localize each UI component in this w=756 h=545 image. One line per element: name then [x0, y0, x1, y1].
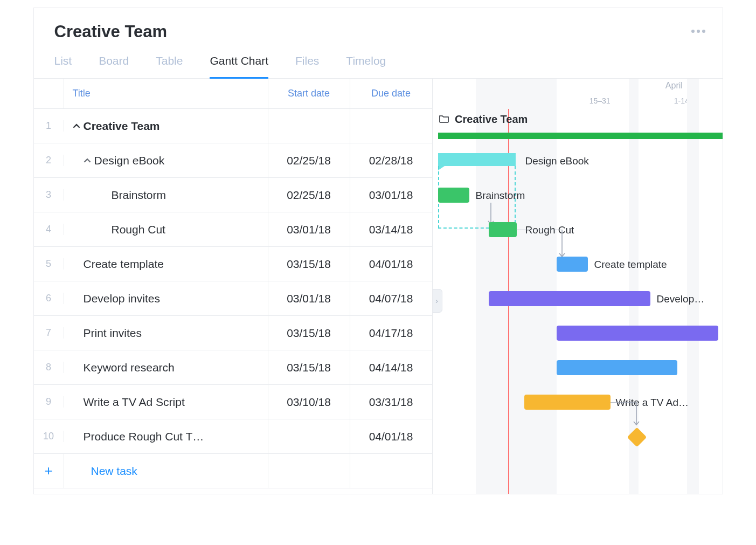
month-label: April: [626, 81, 722, 91]
app-window: Creative Team List Board Table Gantt Cha…: [33, 8, 723, 494]
task-title-cell[interactable]: Brainstorm: [64, 178, 268, 212]
tab-list[interactable]: List: [54, 54, 72, 78]
start-date-cell[interactable]: 03/15/18: [268, 350, 350, 384]
start-date-cell[interactable]: 03/01/18: [268, 281, 350, 315]
gantt-row: [433, 316, 723, 350]
tab-timelog[interactable]: Timelog: [346, 54, 386, 78]
task-title: Print invites: [84, 327, 142, 340]
gantt-parent-bar[interactable]: [438, 153, 516, 166]
task-title: Produce Rough Cut T…: [84, 430, 204, 443]
gantt-milestone[interactable]: [627, 427, 647, 447]
start-date-cell[interactable]: 03/15/18: [268, 316, 350, 350]
due-date-cell[interactable]: 04/01/18: [350, 419, 432, 453]
gantt-row: Brainstorm: [433, 178, 723, 212]
task-title-cell[interactable]: Write a TV Ad Script: [64, 385, 268, 419]
gantt-area[interactable]: March April 1–14 15–31 1-14 ›: [433, 79, 723, 494]
gantt-group-bar[interactable]: [438, 133, 723, 139]
range-label: 1-14: [641, 96, 723, 105]
start-date-cell[interactable]: 02/25/18: [268, 143, 350, 177]
bar-label: Create template: [594, 259, 667, 271]
table-row[interactable]: 3 Brainstorm 02/25/18 03/01/18: [34, 178, 432, 212]
start-date-cell[interactable]: [268, 109, 350, 143]
row-number: 1: [34, 120, 64, 132]
due-date-cell[interactable]: 03/01/18: [350, 178, 432, 212]
table-row[interactable]: 1 Creative Team: [34, 109, 432, 143]
tab-gantt-chart[interactable]: Gantt Chart: [210, 54, 268, 79]
new-task-row[interactable]: + New task: [34, 454, 432, 488]
more-menu-icon[interactable]: [691, 30, 705, 33]
group-name: Creative Team: [455, 113, 528, 125]
gantt-row: Write a TV Ad…: [433, 385, 723, 419]
bar-label: Write a TV Ad…: [616, 397, 689, 409]
gantt-bar[interactable]: [489, 291, 650, 306]
row-number: 10: [34, 431, 64, 442]
table-row[interactable]: 10 Produce Rough Cut T… 04/01/18: [34, 419, 432, 454]
tabs: List Board Table Gantt Chart Files Timel…: [54, 54, 702, 78]
task-title-cell[interactable]: Keyword research: [64, 350, 268, 384]
group-label: Creative Team: [439, 113, 528, 126]
gantt-bar[interactable]: [557, 326, 718, 341]
task-title: Write a TV Ad Script: [84, 396, 185, 409]
title-header[interactable]: Title: [64, 79, 268, 108]
chevron-up-icon[interactable]: [84, 154, 91, 167]
row-number: 6: [34, 293, 64, 304]
task-title-cell[interactable]: Develop invites: [64, 281, 268, 315]
task-title-cell[interactable]: Rough Cut: [64, 212, 268, 246]
task-title: Brainstorm: [112, 189, 167, 202]
due-date-cell[interactable]: 04/14/18: [350, 350, 432, 384]
due-date-cell[interactable]: 04/07/18: [350, 281, 432, 315]
row-number: 3: [34, 189, 64, 201]
gantt-row: [433, 350, 723, 385]
gantt-row: Develop…: [433, 281, 723, 316]
task-title: Keyword research: [84, 361, 175, 374]
due-header[interactable]: Due date: [350, 79, 432, 108]
start-date-cell[interactable]: 02/25/18: [268, 178, 350, 212]
task-title: Develop invites: [84, 292, 160, 305]
gantt-bar[interactable]: [557, 360, 677, 375]
tab-board[interactable]: Board: [99, 54, 129, 78]
task-title-cell[interactable]: Creative Team: [64, 109, 268, 143]
due-date-cell[interactable]: 04/01/18: [350, 247, 432, 281]
gantt-bar[interactable]: [438, 188, 469, 203]
task-title-cell[interactable]: Produce Rough Cut T…: [64, 419, 268, 453]
task-title-cell[interactable]: Design eBook: [64, 143, 268, 177]
due-date-cell[interactable]: 02/28/18: [350, 143, 432, 177]
table-row[interactable]: 8 Keyword research 03/15/18 04/14/18: [34, 350, 432, 385]
gantt-group-row: Creative Team: [433, 109, 723, 143]
due-date-cell[interactable]: 03/14/18: [350, 212, 432, 246]
due-date-cell[interactable]: 03/31/18: [350, 385, 432, 419]
gantt-bar[interactable]: [524, 395, 611, 410]
table-row[interactable]: 2 Design eBook 02/25/18 02/28/18: [34, 143, 432, 178]
bar-label: Rough Cut: [525, 224, 574, 236]
start-header[interactable]: Start date: [268, 79, 350, 108]
table-row[interactable]: 5 Create template 03/15/18 04/01/18: [34, 247, 432, 281]
task-title-cell[interactable]: Create template: [64, 247, 268, 281]
start-date-cell[interactable]: 03/10/18: [268, 385, 350, 419]
start-date-cell[interactable]: [268, 419, 350, 453]
bar-label: Design eBook: [525, 155, 589, 167]
header: Creative Team List Board Table Gantt Cha…: [34, 8, 723, 79]
start-date-cell[interactable]: 03/01/18: [268, 212, 350, 246]
new-task-label[interactable]: New task: [64, 454, 268, 488]
task-table: Title Start date Due date 1 Creative Tea…: [34, 79, 433, 494]
table-row[interactable]: 7 Print invites 03/15/18 04/17/18: [34, 316, 432, 350]
folder-icon: [439, 113, 449, 126]
row-number: 9: [34, 396, 64, 408]
tab-table[interactable]: Table: [156, 54, 183, 78]
table-header: Title Start date Due date: [34, 79, 432, 109]
start-date-cell[interactable]: 03/15/18: [268, 247, 350, 281]
table-row[interactable]: 4 Rough Cut 03/01/18 03/14/18: [34, 212, 432, 247]
gantt-row: Create template: [433, 247, 723, 281]
due-date-cell[interactable]: [350, 109, 432, 143]
table-row[interactable]: 6 Develop invites 03/01/18 04/07/18: [34, 281, 432, 316]
gantt-bar[interactable]: [489, 222, 517, 237]
task-title: Design eBook: [94, 154, 165, 167]
tab-files[interactable]: Files: [295, 54, 319, 78]
gantt-bar[interactable]: [557, 257, 588, 272]
bar-label: Develop…: [657, 293, 705, 305]
table-row[interactable]: 9 Write a TV Ad Script 03/10/18 03/31/18: [34, 385, 432, 419]
plus-icon[interactable]: +: [34, 454, 64, 488]
task-title-cell[interactable]: Print invites: [64, 316, 268, 350]
chevron-up-icon[interactable]: [73, 120, 80, 133]
due-date-cell[interactable]: 04/17/18: [350, 316, 432, 350]
